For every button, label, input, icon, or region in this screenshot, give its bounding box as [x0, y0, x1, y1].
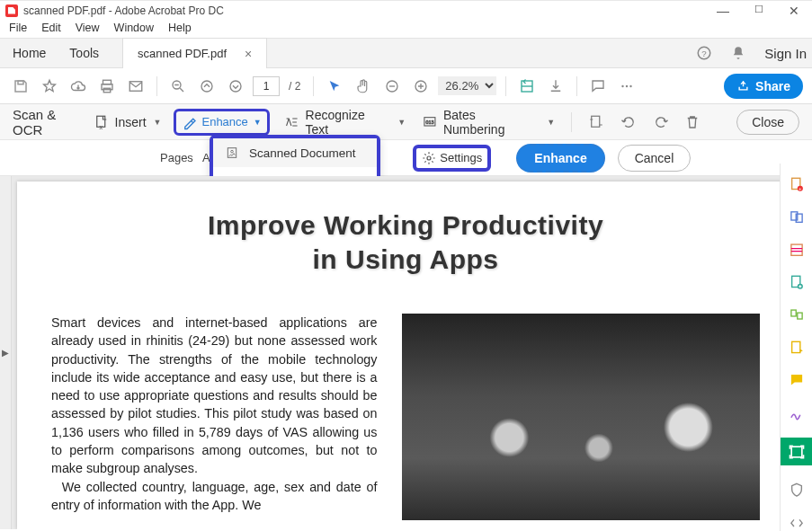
svg-rect-5 [103, 88, 111, 93]
menu-edit[interactable]: Edit [41, 22, 61, 34]
svg-point-14 [626, 84, 628, 86]
svg-text:?: ? [702, 49, 708, 58]
right-tool-rail: + [780, 164, 812, 531]
scan-ocr-label: Scan & OCR [13, 107, 90, 137]
svg-point-9 [230, 81, 241, 92]
window-title: scanned PDF.pdf - Adobe Acrobat Pro DC [23, 4, 224, 17]
more-tools-icon[interactable] [788, 515, 806, 531]
window-minimize-icon[interactable]: — [717, 4, 729, 18]
svg-text:+: + [799, 186, 801, 191]
fill-sign-icon[interactable] [788, 405, 806, 421]
menu-view[interactable]: View [76, 22, 100, 34]
svg-rect-35 [791, 341, 799, 352]
bates-icon: 013 [422, 115, 438, 129]
select-tool-icon[interactable] [323, 75, 346, 98]
rotate-cw-icon[interactable] [649, 111, 673, 134]
save-icon[interactable] [9, 75, 32, 98]
tab-close-icon[interactable]: × [245, 47, 252, 61]
page-viewport[interactable]: Improve Working Productivity in Using Ap… [12, 176, 799, 529]
menu-window[interactable]: Window [114, 22, 154, 34]
more-icon[interactable] [615, 75, 638, 98]
organize-pages-icon[interactable] [788, 307, 806, 323]
send-for-comments-icon[interactable] [788, 340, 806, 356]
svg-rect-30 [790, 244, 801, 255]
svg-point-13 [622, 84, 624, 86]
recognize-text-icon [282, 115, 300, 129]
settings-button[interactable]: Settings [413, 145, 491, 172]
menu-help[interactable]: Help [168, 22, 192, 34]
main-toolbar: / 2 26.2% Share [0, 68, 812, 104]
mail-icon[interactable] [124, 75, 147, 98]
enhance-cancel-button[interactable]: Cancel [618, 145, 692, 172]
bell-icon[interactable] [730, 45, 746, 61]
enhance-run-button[interactable]: Enhance [516, 144, 604, 173]
sign-in-link[interactable]: Sign In [764, 46, 807, 61]
chevron-right-icon: ▶ [2, 348, 9, 358]
zoom-in-icon[interactable] [409, 75, 433, 98]
page-down-icon[interactable] [224, 75, 247, 98]
export-pdf-icon[interactable] [788, 274, 806, 290]
crop-icon[interactable] [584, 111, 608, 134]
window-maximize-icon[interactable]: ☐ [754, 4, 763, 18]
cloud-icon[interactable] [67, 75, 90, 98]
pages-label: Pages [160, 151, 193, 164]
print-icon[interactable] [95, 75, 119, 98]
share-icon [736, 79, 750, 93]
page-number-input[interactable] [253, 76, 280, 96]
menubar: File Edit View Window Help [0, 20, 812, 38]
zoom-out-fit-icon[interactable] [166, 75, 190, 98]
menu-file[interactable]: File [9, 22, 27, 34]
star-icon[interactable] [38, 75, 61, 98]
svg-rect-33 [790, 310, 795, 316]
svg-rect-34 [797, 313, 801, 319]
edit-pdf-icon[interactable] [788, 242, 806, 258]
enhance-icon [182, 114, 198, 130]
hand-tool-icon[interactable] [352, 75, 375, 98]
scan-ocr-icon [788, 443, 806, 461]
svg-text:013: 013 [426, 119, 434, 125]
trash-icon[interactable] [682, 111, 705, 134]
bates-numbering-dropdown[interactable]: 013 Bates Numbering▼ [418, 106, 558, 138]
svg-rect-36 [791, 447, 802, 457]
share-label: Share [755, 79, 790, 93]
svg-rect-3 [103, 80, 112, 84]
rotate-ccw-icon[interactable] [617, 111, 640, 134]
scan-ocr-toolbar: Scan & OCR Insert▼ Enhance▼ Recognize Te… [0, 104, 812, 140]
recognize-text-dropdown[interactable]: Recognize Text▼ [279, 106, 409, 138]
enhance-dropdown[interactable]: Enhance▼ [174, 109, 269, 136]
scan-ocr-close-button[interactable]: Close [736, 110, 799, 135]
zoom-select[interactable]: 26.2% [438, 76, 496, 95]
svg-rect-19 [592, 116, 600, 127]
document-heading: Improve Working Productivity in Using Ap… [51, 208, 760, 276]
pdf-app-icon [5, 4, 18, 17]
page-total-label: / 2 [289, 80, 300, 93]
comment-icon[interactable] [586, 75, 610, 98]
help-icon[interactable]: ? [696, 45, 712, 61]
scan-ocr-tool-active[interactable] [781, 438, 813, 465]
document-body-text: Smart devices and internet-based applica… [51, 314, 377, 520]
insert-dropdown[interactable]: Insert▼ [90, 112, 165, 132]
document-photo [402, 314, 760, 520]
fit-width-icon[interactable] [515, 75, 539, 98]
left-panel-expander[interactable]: ▶ [0, 176, 12, 529]
svg-point-15 [630, 84, 632, 86]
document-area: ▶ Improve Working Productivity in Using … [0, 176, 812, 529]
enhance-options-bar: Pages All Scanned Document Camera Image … [0, 140, 812, 176]
download-icon[interactable] [544, 75, 567, 98]
insert-page-icon [94, 114, 110, 130]
create-pdf-icon[interactable]: + [788, 176, 806, 192]
dropdown-item-scanned-document[interactable]: Scanned Document [213, 138, 377, 167]
combine-files-icon[interactable] [788, 208, 806, 225]
tab-tools[interactable]: Tools [69, 46, 99, 60]
zoom-out-icon[interactable] [380, 75, 404, 98]
share-button[interactable]: Share [724, 74, 803, 99]
page-up-icon[interactable] [195, 75, 219, 98]
svg-rect-2 [18, 81, 23, 84]
svg-point-24 [427, 156, 431, 160]
window-close-icon[interactable]: ✕ [789, 4, 799, 18]
tab-home[interactable]: Home [13, 46, 46, 60]
comment-tool-icon[interactable] [788, 372, 806, 388]
protect-icon[interactable] [788, 482, 806, 498]
scanned-document-icon [224, 146, 240, 160]
tab-file[interactable]: scanned PDF.pdf × [122, 38, 267, 68]
